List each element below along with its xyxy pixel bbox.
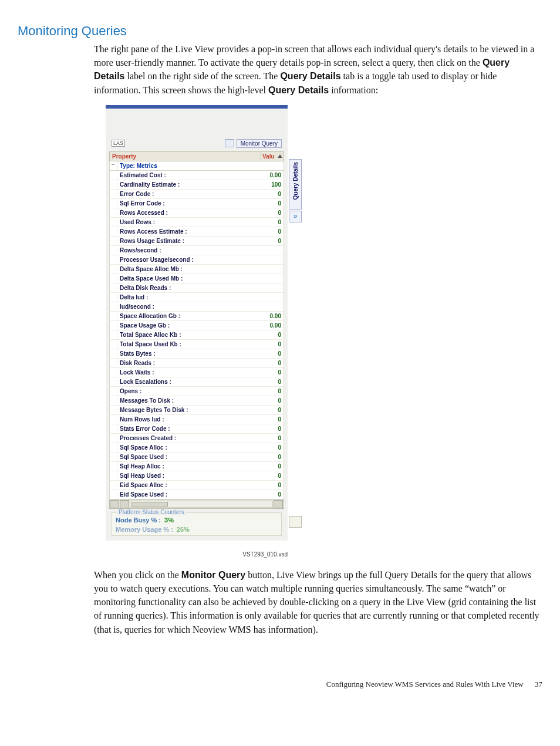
metric-value: 0.00 [261, 321, 284, 330]
metric-value: 0 [261, 199, 284, 208]
psc-row: Node Busy % : 3% [116, 515, 278, 525]
metric-row: Opens :0 [109, 387, 284, 396]
metric-name: Eid Space Used : [117, 490, 261, 499]
metric-row: Stats Bytes :0 [109, 349, 284, 359]
figure-source-label: VST293_010.vsd [106, 551, 288, 558]
metric-name: Total Space Used Kb : [117, 340, 261, 349]
metric-value: 0 [261, 471, 284, 480]
psc-row: Memory Usage % : 26% [116, 525, 278, 534]
metric-row: Total Space Used Kb :0 [109, 340, 284, 349]
query-details-panel: LAS Monitor Query Property Valu − Type: … [106, 105, 288, 541]
metric-name: Disk Reads : [117, 359, 261, 367]
chart-toggle-icon[interactable] [289, 516, 302, 528]
metric-value: 0 [261, 406, 284, 414]
metric-row: Rows Access Estimate :0 [109, 227, 284, 237]
metric-name: Estimated Cost : [117, 171, 261, 180]
metric-value [261, 302, 284, 311]
metric-row: Delta Space Alloc Mb : [109, 265, 284, 274]
metric-value [261, 255, 284, 264]
column-header-value[interactable]: Valu [261, 151, 284, 161]
text: When you click on the [94, 570, 181, 580]
platform-status-counters: Platform Status Counters Node Busy % : 3… [112, 512, 282, 536]
metric-row: Space Usage Gb :0.00 [109, 321, 284, 330]
metric-value: 0.00 [261, 171, 284, 180]
collapse-icon[interactable]: − [110, 161, 117, 170]
metric-row: Lock Escalations :0 [109, 377, 284, 387]
metric-name: Sql Space Used : [117, 453, 261, 461]
metric-name: Delta Iud : [117, 293, 261, 302]
horizontal-scrollbar[interactable] [109, 499, 284, 509]
metric-name: Messages To Disk : [117, 396, 261, 405]
text: information: [329, 85, 378, 95]
metric-row: Lock Waits :0 [109, 368, 284, 377]
metric-row: Estimated Cost :0.00 [109, 171, 284, 180]
metric-row: Sql Heap Alloc :0 [109, 462, 284, 471]
metric-name: Processor Usage/second : [117, 255, 261, 264]
metric-name: Lock Escalations : [117, 377, 261, 386]
psc-value: 3% [164, 517, 174, 524]
scroll-left-icon[interactable] [120, 500, 129, 508]
metric-value: 0 [261, 359, 284, 367]
scroll-left-outer-icon[interactable] [110, 500, 119, 508]
metric-name: Sql Heap Used : [117, 471, 261, 480]
metric-name: Num Rows Iud : [117, 415, 261, 424]
metric-row: Sql Space Alloc :0 [109, 443, 284, 453]
metric-value: 0 [261, 396, 284, 405]
metric-row: Space Allocation Gb :0.00 [109, 312, 284, 321]
follow-paragraph: When you click on the Monitor Query butt… [18, 568, 542, 636]
bold-query-details-3: Query Details [268, 85, 329, 95]
text: The right pane of the Live View provides… [94, 44, 534, 67]
column-header-property[interactable]: Property [109, 151, 261, 161]
metric-name: Opens : [117, 387, 261, 396]
metric-row: Disk Reads :0 [109, 359, 284, 368]
metric-value: 0 [261, 368, 284, 377]
metric-name: Stats Error Code : [117, 424, 261, 433]
metric-row: Iud/second : [109, 302, 284, 312]
query-details-side-tab[interactable]: Query Details [289, 159, 302, 210]
metric-name: Processes Created : [117, 434, 261, 443]
chevron-right-icon[interactable]: » [289, 211, 302, 222]
metric-row: Delta Space Used Mb : [109, 274, 284, 283]
metric-value: 100 [261, 180, 284, 189]
monitor-query-button[interactable]: Monitor Query [237, 139, 282, 148]
scroll-track[interactable] [130, 501, 273, 508]
metric-value: 0 [261, 453, 284, 461]
metric-value: 0 [261, 218, 284, 227]
metric-row: Processes Created :0 [109, 434, 284, 443]
metric-value: 0 [261, 190, 284, 198]
side-tab-label: Query Details [292, 162, 299, 200]
metric-name: Space Usage Gb : [117, 321, 261, 330]
metric-name: Rows Access Estimate : [117, 227, 261, 236]
metric-value: 0 [261, 237, 284, 245]
metric-row: Total Space Alloc Kb :0 [109, 330, 284, 340]
metric-row: Error Code :0 [109, 190, 284, 199]
metric-value: 0.00 [261, 312, 284, 320]
metric-value [261, 283, 284, 292]
metric-name: Sql Space Alloc : [117, 443, 261, 452]
metric-value: 0 [261, 434, 284, 443]
intro-paragraph: The right pane of the Live View provides… [18, 42, 542, 97]
metric-name: Message Bytes To Disk : [117, 406, 261, 414]
bold-query-details-2: Query Details [280, 71, 340, 81]
metric-row: Sql Heap Used :0 [109, 471, 284, 481]
metric-value: 0 [261, 340, 284, 349]
grid-header: Property Valu [109, 151, 284, 161]
psc-value: 26% [177, 526, 190, 533]
metric-name: Sql Error Code : [117, 199, 261, 208]
metric-row: Sql Space Used :0 [109, 453, 284, 462]
scroll-thumb[interactable] [131, 502, 168, 507]
metric-row: Delta Iud : [109, 293, 284, 302]
metric-name: Stats Bytes : [117, 349, 261, 358]
metric-name: Total Space Alloc Kb : [117, 330, 261, 339]
metric-value: 0 [261, 481, 284, 490]
metric-value: 0 [261, 387, 284, 396]
metric-value [261, 246, 284, 255]
metric-row: Stats Error Code :0 [109, 424, 284, 434]
metric-name: Cardinality Estimate : [117, 180, 261, 189]
scroll-right-icon[interactable] [274, 500, 283, 508]
section-heading: Monitoring Queries [18, 23, 542, 39]
metric-name: Delta Space Used Mb : [117, 274, 261, 283]
metrics-section-row[interactable]: − Type: Metrics [109, 161, 284, 171]
metric-name: Rows/second : [117, 246, 261, 255]
metric-value: 0 [261, 377, 284, 386]
